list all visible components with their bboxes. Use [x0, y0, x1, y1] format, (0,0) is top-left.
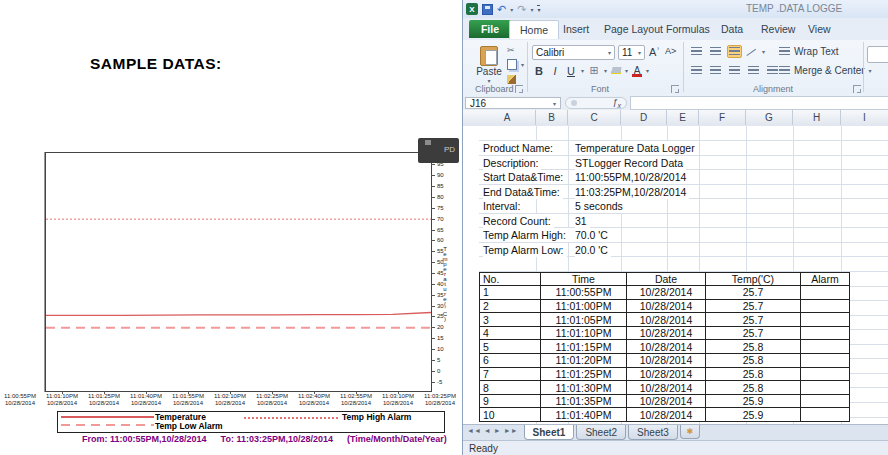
logger-cell[interactable] [801, 313, 850, 327]
logger-cell[interactable]: 25.8 [706, 381, 801, 395]
logger-cell[interactable]: 25.7 [706, 286, 801, 300]
logger-cell[interactable]: 1 [480, 286, 541, 300]
info-label-cell[interactable]: Start Data&Time: [483, 170, 566, 184]
logger-cell[interactable]: 25.9 [706, 408, 801, 422]
column-header-B[interactable]: B [536, 110, 568, 125]
undo-icon[interactable]: ↶ [497, 4, 506, 15]
clipboard-dialog-launcher-icon[interactable] [515, 85, 523, 93]
last-sheet-icon[interactable]: ►► [504, 427, 518, 434]
merge-center-dropdown-icon[interactable]: ▾ [869, 67, 872, 74]
align-right-button[interactable] [727, 64, 742, 77]
logger-cell[interactable]: 8 [480, 381, 541, 395]
column-header-G[interactable]: G [746, 110, 793, 125]
logger-cell[interactable]: 11:01:35PM [541, 394, 627, 408]
logger-cell[interactable] [801, 286, 850, 300]
grow-font-button[interactable]: Aʾ [649, 46, 660, 58]
logger-header-cell[interactable]: No. [480, 272, 541, 286]
borders-dropdown-icon[interactable]: ▾ [604, 67, 607, 74]
fill-dropdown-icon[interactable]: ▾ [625, 67, 628, 74]
sheet-tab-sheet1[interactable]: Sheet1 [524, 425, 575, 440]
logger-cell[interactable] [801, 381, 850, 395]
qat-customize-icon[interactable]: ▾ [537, 5, 540, 14]
borders-button[interactable]: ⊞ [588, 64, 600, 77]
align-top-button[interactable] [689, 45, 704, 58]
column-header-D[interactable]: D [621, 110, 667, 125]
redo-dropdown-icon[interactable]: ▾ [530, 6, 533, 13]
column-header-E[interactable]: E [667, 110, 699, 125]
copy-button[interactable]: ▾ [507, 59, 524, 70]
logger-header-cell[interactable]: Time [541, 272, 627, 286]
logger-cell[interactable]: 11:01:40PM [541, 408, 627, 422]
info-value-cell[interactable]: 11:00:55PM,10/28/2014 [575, 170, 689, 184]
shrink-font-button[interactable]: A˃ [665, 46, 676, 56]
logger-cell[interactable] [801, 367, 850, 381]
logger-cell[interactable]: 10/28/2014 [627, 313, 706, 327]
sheet-tab-sheet2[interactable]: Sheet2 [576, 425, 626, 440]
redo-icon[interactable]: ↷ [517, 4, 526, 15]
insert-function-area[interactable]: ƒx [565, 97, 627, 109]
sheet-tab-sheet3[interactable]: Sheet3 [628, 425, 678, 440]
logger-cell[interactable]: 9 [480, 394, 541, 408]
logger-cell[interactable] [801, 354, 850, 368]
logger-cell[interactable]: 25.8 [706, 340, 801, 354]
orientation-dropdown-icon[interactable]: ▾ [762, 48, 765, 55]
logger-cell[interactable]: 25.7 [706, 299, 801, 313]
bold-button[interactable]: B [533, 65, 545, 77]
tab-data[interactable]: Data [711, 20, 753, 38]
logger-cell[interactable] [801, 340, 850, 354]
info-value-cell[interactable]: Temperature Data Logger [575, 141, 698, 155]
tab-home[interactable]: Home [509, 20, 559, 39]
info-label-cell[interactable]: Interval: [483, 199, 523, 213]
logger-cell[interactable] [801, 408, 850, 422]
align-left-button[interactable] [689, 64, 704, 77]
logger-cell[interactable]: 25.7 [706, 313, 801, 327]
align-bottom-button[interactable] [727, 45, 742, 58]
increase-indent-button[interactable] [765, 64, 780, 77]
logger-cell[interactable]: 11:01:10PM [541, 326, 627, 340]
info-label-cell[interactable]: Description: [483, 156, 541, 170]
info-value-cell[interactable]: 70.0 'C [575, 228, 611, 242]
logger-cell[interactable]: 11:00:55PM [541, 286, 627, 300]
name-box-dropdown-icon[interactable]: ▾ [553, 100, 556, 107]
info-label-cell[interactable]: Temp Alarm High: [483, 228, 569, 242]
logger-cell[interactable]: 3 [480, 313, 541, 327]
align-middle-button[interactable] [708, 45, 723, 58]
logger-cell[interactable] [801, 299, 850, 313]
insert-worksheet-icon[interactable]: ✱ [680, 425, 700, 439]
logger-cell[interactable]: 6 [480, 354, 541, 368]
cut-button[interactable]: ✂ [507, 45, 515, 55]
info-label-cell[interactable]: Record Count: [483, 214, 554, 228]
logger-cell[interactable]: 10/28/2014 [627, 381, 706, 395]
column-header-F[interactable]: F [699, 110, 746, 125]
column-header-A[interactable]: A [479, 110, 536, 125]
logger-cell[interactable]: 11:01:05PM [541, 313, 627, 327]
logger-cell[interactable]: 11:01:15PM [541, 340, 627, 354]
logger-cell[interactable]: 10/28/2014 [627, 408, 706, 422]
underline-dropdown-icon[interactable]: ▾ [581, 67, 584, 74]
logger-cell[interactable]: 10 [480, 408, 541, 422]
info-value-cell[interactable]: 11:03:25PM,10/28/2014 [575, 185, 689, 199]
merge-center-button[interactable]: Merge & Center ▾ [779, 65, 872, 76]
info-label-cell[interactable]: Product Name: [483, 141, 556, 155]
next-sheet-icon[interactable]: ► [494, 427, 501, 434]
logger-cell[interactable]: 11:01:30PM [541, 381, 627, 395]
logger-cell[interactable]: 10/28/2014 [627, 367, 706, 381]
info-value-cell[interactable]: 31 [575, 214, 590, 228]
logger-cell[interactable]: 25.8 [706, 354, 801, 368]
logger-cell[interactable] [801, 326, 850, 340]
info-value-cell[interactable]: STLogger Record Data [575, 156, 686, 170]
save-icon[interactable] [482, 4, 493, 15]
logger-header-cell[interactable]: Temp('C) [706, 272, 801, 286]
font-size-combo[interactable]: 11▾ [618, 45, 645, 60]
logger-cell[interactable]: 25.9 [706, 394, 801, 408]
column-header-I[interactable]: I [841, 110, 888, 125]
format-painter-button[interactable] [507, 75, 516, 84]
logger-cell[interactable]: 7 [480, 367, 541, 381]
logger-cell[interactable]: 10/28/2014 [627, 286, 706, 300]
worksheet-grid[interactable]: Product Name:Temperature Data LoggerDesc… [463, 126, 888, 424]
fx-icon[interactable]: ƒx [612, 97, 621, 109]
tab-insert[interactable]: Insert [553, 20, 599, 38]
prev-sheet-icon[interactable]: ◄ [484, 427, 491, 434]
number-format-dropdown-partial[interactable] [867, 46, 888, 63]
font-name-combo[interactable]: Calibri▾ [532, 45, 615, 60]
